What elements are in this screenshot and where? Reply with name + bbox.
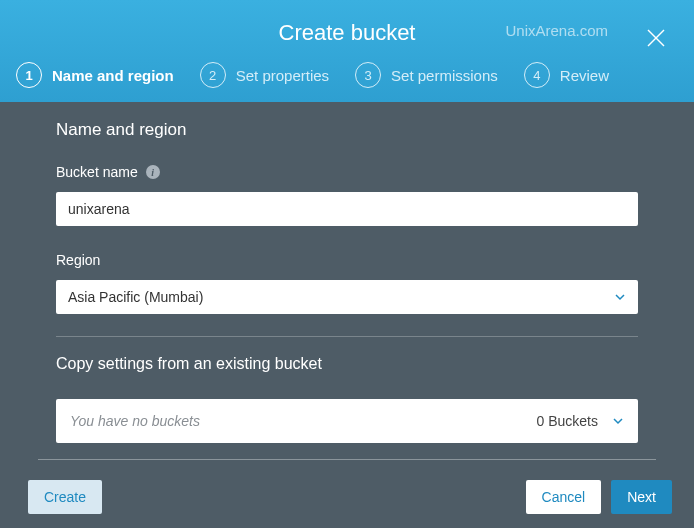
bucket-name-label: Bucket name i: [56, 164, 638, 180]
step-number-badge: 2: [200, 62, 226, 88]
create-button[interactable]: Create: [28, 480, 102, 514]
next-button[interactable]: Next: [611, 480, 672, 514]
step-set-properties[interactable]: 2 Set properties: [200, 62, 329, 88]
wizard-steps: 1 Name and region 2 Set properties 3 Set…: [0, 62, 694, 102]
close-button[interactable]: [646, 28, 674, 56]
copy-settings-title: Copy settings from an existing bucket: [56, 355, 638, 373]
step-label: Set permissions: [391, 67, 498, 84]
bucket-count: 0 Buckets: [537, 413, 624, 429]
step-label: Set properties: [236, 67, 329, 84]
close-icon: [646, 28, 666, 48]
chevron-down-icon: [614, 291, 626, 303]
region-label-text: Region: [56, 252, 100, 268]
modal-footer: Create Cancel Next: [0, 466, 694, 528]
create-bucket-modal: Create bucket UnixArena.com 1 Name and r…: [0, 0, 694, 528]
copy-settings-placeholder: You have no buckets: [70, 413, 200, 429]
step-number-badge: 4: [524, 62, 550, 88]
step-set-permissions[interactable]: 3 Set permissions: [355, 62, 498, 88]
bucket-count-text: 0 Buckets: [537, 413, 598, 429]
region-select[interactable]: Asia Pacific (Mumbai): [56, 280, 638, 314]
step-review[interactable]: 4 Review: [524, 62, 609, 88]
step-number-badge: 3: [355, 62, 381, 88]
step-label: Review: [560, 67, 609, 84]
region-label: Region: [56, 252, 638, 268]
cancel-button[interactable]: Cancel: [526, 480, 602, 514]
chevron-down-icon: [612, 415, 624, 427]
step-number-badge: 1: [16, 62, 42, 88]
footer-right-buttons: Cancel Next: [526, 480, 672, 514]
section-title: Name and region: [56, 120, 638, 140]
bucket-name-label-text: Bucket name: [56, 164, 138, 180]
modal-body: Name and region Bucket name i Region Asi…: [0, 102, 694, 466]
modal-header: Create bucket UnixArena.com 1 Name and r…: [0, 0, 694, 102]
step-name-and-region[interactable]: 1 Name and region: [16, 62, 174, 88]
watermark-text: UnixArena.com: [505, 22, 608, 39]
divider: [56, 336, 638, 337]
step-label: Name and region: [52, 67, 174, 84]
divider: [38, 459, 656, 460]
copy-settings-select[interactable]: You have no buckets 0 Buckets: [56, 399, 638, 443]
info-icon[interactable]: i: [146, 165, 160, 179]
region-selected-value: Asia Pacific (Mumbai): [68, 289, 203, 305]
bucket-name-input[interactable]: [56, 192, 638, 226]
